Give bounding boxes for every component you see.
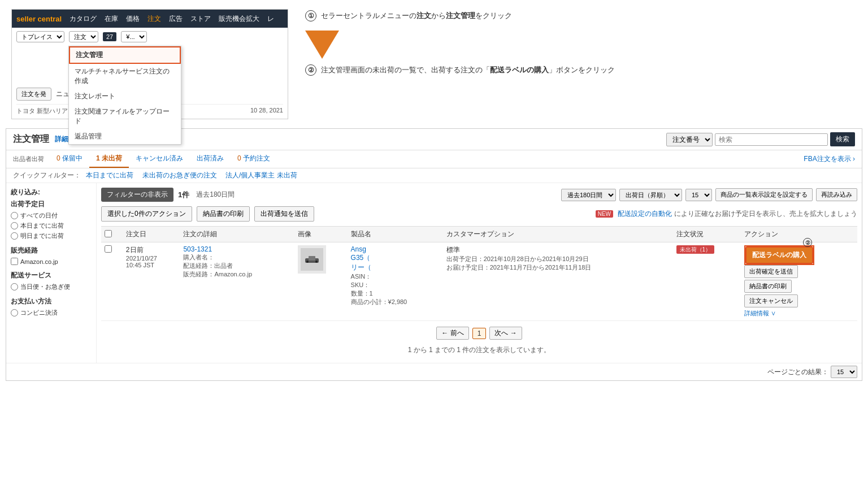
table-row: 2日前 2021/10/27 10:45 JST 503-1321 購入者名： … [101,242,857,321]
shipping-route: 配送経路：出品者 [183,262,290,270]
pagination: ← 前へ 1 次へ → [101,321,857,345]
toolbar-right: 過去180日間 出荷日（昇順） 15 商品の一覧表示設定を設定する 再読み込み [561,188,857,201]
sidebar-ship-date-title: 出荷予定日 [11,200,92,209]
marketplace-select[interactable]: トプレイス [16,31,64,42]
row-select-checkbox[interactable] [105,245,112,253]
product-names: Ansg G35（ リー（ [351,245,440,272]
row-date: 2日前 2021/10/27 10:45 JST [123,242,180,321]
currency-select[interactable]: ¥... [121,31,147,42]
period-select[interactable]: 過去180日間 [561,189,616,201]
sidebar-amazon-jp[interactable]: Amazon.co.jp [11,258,92,265]
tab-unshipped[interactable]: 1 未出荷 [89,150,129,168]
nav-order[interactable]: 注文 [147,14,161,24]
sidebar-channel-title: 販売経路 [11,246,92,255]
order-management-section: 注文管理 詳細はこちら 動画マニュアル 注文番号 検索 出品者出荷 0 保留中 … [6,128,862,381]
dropdown-returns[interactable]: 返品管理 [69,129,181,144]
step1-instruction: ① セラーセントラルメニューの注文から注文管理をクリック [300,10,862,21]
nav-inventory[interactable]: 在庫 [105,14,118,24]
prev-page-btn[interactable]: ← 前へ [436,327,468,340]
dropdown-report[interactable]: 注文レポート [69,89,181,104]
sidebar-ship-date: 出荷予定日 すべての日付 本日までに出荷 明日までに出荷 [11,200,92,240]
dropdown-multichannel[interactable]: マルチチャネルサービス注文の作成 [69,64,181,89]
cancel-order-btn[interactable]: 注文キャンセル [744,294,798,307]
tab-reserved[interactable]: 0 予約注文 [231,150,277,168]
print-packing-btn[interactable]: 納品書の印刷 [744,280,792,293]
tab-pending[interactable]: 0 保留中 [50,150,89,168]
count-text: 1件 [178,190,189,200]
step2-text: 注文管理画面の未出荷の一覧で、出荷する注文の「配送ラベルの購入」ボタンをクリック [321,65,615,75]
nav-price[interactable]: 価格 [126,14,140,24]
brand-logo: seller central [16,15,62,23]
order-datetime: 2021/10/27 10:45 JST [126,255,177,268]
nav-more[interactable]: レ [267,14,274,24]
nav-expand[interactable]: 販売機会拡大 [219,14,259,24]
th-customer-option: カスタマーオプション [443,227,673,242]
filter-corporate[interactable]: 法人/個人事業主 未出荷 [225,171,297,179]
page-result-label: ページごとの結果： [767,367,828,377]
purchase-label-wrapper: 配送ラベルの購入 [744,245,814,265]
tabs-row: 出品者出荷 0 保留中 1 未出荷 キャンセル済み 出荷済み 0 予約注文 FB… [6,150,862,168]
nav-ad[interactable]: 広告 [169,14,183,24]
nav-catalog[interactable]: カタログ [70,14,97,24]
th-order-status: 注文状況 [673,227,741,242]
nav-store[interactable]: ストア [190,14,211,24]
th-image: 画像 [294,227,348,242]
display-settings-btn[interactable]: 商品の一覧表示設定を設定する [715,188,813,201]
row-detail: 503-1321 購入者名： 配送経路：出品者 販売経路：Amazon.co.j… [180,242,294,321]
shipper-label: 出品者出荷 [13,155,44,163]
current-page: 1 [472,328,487,339]
sidebar-all-dates[interactable]: すべての日付 [11,211,92,220]
purchase-label-btn[interactable]: 配送ラベルの購入 [745,246,813,264]
bulk-action-btn[interactable]: 選択した0件のアクション [101,206,192,222]
step1-number: ① [305,10,316,21]
page-size-select[interactable]: 15 [685,189,712,201]
detail-info-link[interactable]: 詳細情報 ∨ [744,309,854,318]
tab-cancelled[interactable]: キャンセル済み [129,150,190,168]
listing-date: 10 28, 2021 [250,107,283,115]
sort-select[interactable]: 出荷日（昇順） [619,189,682,201]
order-select[interactable]: 注文 [69,31,98,42]
sidebar-delivery: 配送サービス 当日便・お急ぎ便 [11,271,92,291]
sidebar-convenience-pay[interactable]: コンビニ決済 [11,309,92,317]
filter-express[interactable]: 未出荷のお急ぎ便の注文 [142,171,217,179]
select-all-checkbox[interactable] [105,230,112,237]
reload-btn[interactable]: 再読み込み [816,188,857,201]
row-checkbox [101,242,123,321]
sc-order-btn[interactable]: 注文を発 [16,88,51,101]
order-id[interactable]: 503-1321 [183,245,290,253]
sidebar-today-ship[interactable]: 本日までに出荷 [11,222,92,230]
dropdown-menu: 注文管理 マルチチャネルサービス注文の作成 注文レポート 注文関連ファイルをアッ… [68,46,181,145]
asin: ASIN： [351,272,440,281]
main-content: フィルターの非表示 1件 過去180日間 過去180日間 出荷日（昇順） 15 … [97,183,862,363]
order-table: 注文日 注文の詳細 画像 製品名 カスタマーオプション 注文状況 アクション 2… [101,226,857,321]
auto-shipping-link[interactable]: 配送設定の自動化 [618,209,672,219]
sidebar: 絞り込み: 出荷予定日 すべての日付 本日までに出荷 明日までに出荷 販売経路 [6,183,97,363]
filter-today[interactable]: 本日までに出荷 [86,171,133,179]
period-text: 過去180日間 [196,190,235,200]
action-row: 選択した0件のアクション 納品書の印刷 出荷通知を送信 NEW 配送設定の自動化… [101,206,857,222]
send-notification-btn[interactable]: 出荷通知を送信 [254,206,314,222]
sidebar-delivery-title: 配送サービス [11,271,92,280]
order-management-title: 注文管理 [13,133,49,145]
quick-filter-label: クイックフィルター： [13,171,81,179]
tab-shipped[interactable]: 出荷済み [190,150,231,168]
search-button[interactable]: 検索 [830,132,855,146]
filter-toggle-btn[interactable]: フィルターの非表示 [101,188,173,202]
fba-link[interactable]: FBA注文を表示 › [804,154,855,164]
sidebar-express-delivery[interactable]: 当日便・お急ぎ便 [11,283,92,291]
row-status: 未出荷（1） [673,242,741,321]
sidebar-payment: お支払い方法 コンビニ決済 [11,297,92,317]
dropdown-upload[interactable]: 注文関連ファイルをアップロード [69,104,181,129]
sc-nav: カタログ 在庫 価格 注文 広告 ストア 販売機会拡大 レ [70,14,274,24]
next-page-btn[interactable]: 次へ → [489,327,522,340]
confirm-ship-btn[interactable]: 出荷確定を送信 [744,265,798,278]
sidebar-tomorrow-ship[interactable]: 明日までに出荷 [11,232,92,240]
ship-due-date: 出荷予定日：2021年10月28日から2021年10月29日 [446,255,670,263]
page-result-select[interactable]: 15 [831,366,857,378]
search-type-select[interactable]: 注文番号 [666,133,713,146]
quick-filter-row: クイックフィルター： 本日までに出荷 未出荷のお急ぎ便の注文 法人/個人事業主 … [6,168,862,183]
print-invoice-btn[interactable]: 納品書の印刷 [197,206,250,222]
th-checkbox [101,227,123,242]
search-input[interactable] [715,133,828,146]
dropdown-order-management[interactable]: 注文管理 [69,46,181,64]
